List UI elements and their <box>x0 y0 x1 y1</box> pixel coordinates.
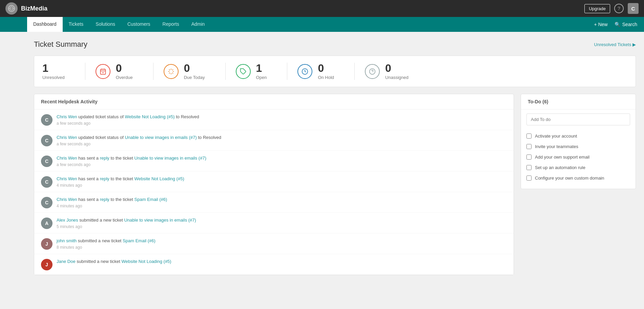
activity-link[interactable]: reply <box>100 197 109 202</box>
due-today-icon <box>164 64 179 79</box>
stat-unresolved-label: Unresolved <box>42 75 65 80</box>
top-header: BizMedia Upgrade ? C <box>0 0 644 17</box>
activity-time: a few seconds ago <box>57 142 221 146</box>
activity-time: 5 minutes ago <box>57 224 196 229</box>
stat-due-today-label: Due Today <box>184 75 205 80</box>
activity-link[interactable]: Chris Wen <box>57 156 77 161</box>
stats-card: 1 Unresolved 0 Overdue <box>34 56 636 87</box>
user-avatar[interactable]: C <box>628 3 639 14</box>
activity-link[interactable]: john smith <box>57 238 77 243</box>
activity-link[interactable]: reply <box>100 176 109 181</box>
activity-text-block: Jane Doe submitted a new ticket Website … <box>57 258 171 265</box>
stat-due-today: 0 Due Today <box>153 63 215 80</box>
activity-link[interactable]: Unable to view images in emails (#7) <box>134 156 206 161</box>
activity-time: a few seconds ago <box>57 121 199 126</box>
nav-item-reports[interactable]: Reports <box>157 17 185 32</box>
todo-panel: To-Do (6) Activate your accountInvite yo… <box>521 94 636 189</box>
bottom-row: Recent Helpdesk Activity CChris Wen upda… <box>34 94 636 275</box>
app-title: BizMedia <box>21 5 47 12</box>
svg-rect-3 <box>100 69 105 74</box>
on-hold-icon <box>297 64 312 79</box>
activity-text-block: Chris Wen updated ticket status of Websi… <box>57 114 199 126</box>
app-logo-icon <box>5 2 18 15</box>
nav-item-solutions[interactable]: Solutions <box>89 17 121 32</box>
activity-link[interactable]: Spam Email (#6) <box>123 238 155 243</box>
stat-on-hold-value: 0 <box>318 63 334 74</box>
header-right: Upgrade ? C <box>584 3 639 14</box>
activity-text: john smith submitted a new ticket Spam E… <box>57 238 155 244</box>
todo-item: Add your own support email <box>526 152 630 162</box>
activity-text-block: Chris Wen has sent a reply to the ticket… <box>57 176 184 188</box>
activity-text-block: Alex Jones submitted a new ticket Unable… <box>57 217 196 229</box>
todo-checkbox[interactable] <box>526 133 532 139</box>
activity-text: Chris Wen has sent a reply to the ticket… <box>57 196 167 203</box>
stat-unresolved-value: 1 <box>42 63 65 74</box>
avatar: C <box>41 197 53 208</box>
stat-overdue-label: Overdue <box>116 75 133 80</box>
activity-time: 4 minutes ago <box>57 204 167 208</box>
search-button[interactable]: 🔍 Search <box>615 22 637 27</box>
nav-item-customers[interactable]: Customers <box>121 17 157 32</box>
nav-item-admin[interactable]: Admin <box>185 17 211 32</box>
activity-item: AAlex Jones submitted a new ticket Unabl… <box>34 213 514 233</box>
activity-link[interactable]: Unable to view images in emails (#7) <box>124 218 196 223</box>
activity-panel-header: Recent Helpdesk Activity <box>34 94 514 109</box>
avatar: C <box>41 114 53 126</box>
page-title: Ticket Summary <box>34 40 87 49</box>
activity-item: CChris Wen updated ticket status of Unab… <box>34 130 514 151</box>
activity-text-block: Chris Wen has sent a reply to the ticket… <box>57 196 167 208</box>
todo-checkbox[interactable] <box>526 165 532 170</box>
stat-overdue-value: 0 <box>116 63 133 74</box>
activity-link[interactable]: Spam Email (#6) <box>134 197 167 202</box>
activity-link[interactable]: Website Not Loading (#5) <box>122 259 171 264</box>
todo-checkbox[interactable] <box>526 176 532 181</box>
activity-link[interactable]: Website Not Loading (#5) <box>125 114 174 119</box>
nav-left: Dashboard Tickets Solutions Customers Re… <box>27 17 211 32</box>
activity-item: CChris Wen has sent a reply to the ticke… <box>34 171 514 192</box>
nav-bar: Dashboard Tickets Solutions Customers Re… <box>0 17 644 32</box>
todo-checkbox[interactable] <box>526 144 532 149</box>
todo-item: Configure your own custom domain <box>526 173 630 183</box>
activity-text-block: Chris Wen updated ticket status of Unabl… <box>57 134 221 146</box>
activity-list: CChris Wen updated ticket status of Webs… <box>34 109 514 275</box>
activity-item: CChris Wen has sent a reply to the ticke… <box>34 151 514 171</box>
todo-checkbox[interactable] <box>526 154 532 160</box>
activity-text: Jane Doe submitted a new ticket Website … <box>57 258 171 265</box>
activity-link[interactable]: Chris Wen <box>57 197 77 202</box>
todo-panel-header: To-Do (6) <box>521 94 636 109</box>
search-icon: 🔍 <box>615 22 620 27</box>
avatar: A <box>41 218 53 229</box>
unassigned-icon <box>365 64 380 79</box>
todo-input[interactable] <box>526 114 630 125</box>
todo-item-label: Activate your account <box>535 133 577 139</box>
upgrade-button[interactable]: Upgrade <box>584 4 610 13</box>
stat-on-hold: 0 On Hold <box>287 63 344 80</box>
unresolved-tickets-link[interactable]: Unresolved Tickets ▶ <box>594 42 636 47</box>
nav-item-tickets[interactable]: Tickets <box>63 17 90 32</box>
activity-link[interactable]: Chris Wen <box>57 176 77 181</box>
help-button[interactable]: ? <box>614 4 624 13</box>
stat-open-label: Open <box>256 75 267 80</box>
activity-link[interactable]: Chris Wen <box>57 135 77 140</box>
nav-item-dashboard[interactable]: Dashboard <box>27 17 63 32</box>
activity-link[interactable]: Chris Wen <box>57 114 77 119</box>
overdue-icon <box>96 64 110 79</box>
todo-item-label: Set up an automation rule <box>535 165 585 170</box>
avatar: C <box>41 135 53 146</box>
todo-item-label: Add your own support email <box>535 154 589 160</box>
todo-item: Invite your teammates <box>526 141 630 152</box>
activity-link[interactable]: Jane Doe <box>57 259 76 264</box>
activity-link[interactable]: Unable to view images in emails (#7) <box>125 135 196 140</box>
activity-text: Chris Wen has sent a reply to the ticket… <box>57 176 184 182</box>
activity-link[interactable]: Website Not Loading (#5) <box>134 176 184 181</box>
stat-open-value: 1 <box>256 63 267 74</box>
todo-item: Set up an automation rule <box>526 162 630 173</box>
activity-link[interactable]: Alex Jones <box>57 218 78 223</box>
stat-overdue: 0 Overdue <box>85 63 143 80</box>
activity-link[interactable]: reply <box>100 156 109 161</box>
logo-area: BizMedia <box>5 2 47 15</box>
activity-time: 8 minutes ago <box>57 245 155 250</box>
stat-unresolved: 1 Unresolved <box>42 63 75 80</box>
todo-item: Activate your account <box>526 131 630 141</box>
new-button[interactable]: + New <box>594 22 608 27</box>
